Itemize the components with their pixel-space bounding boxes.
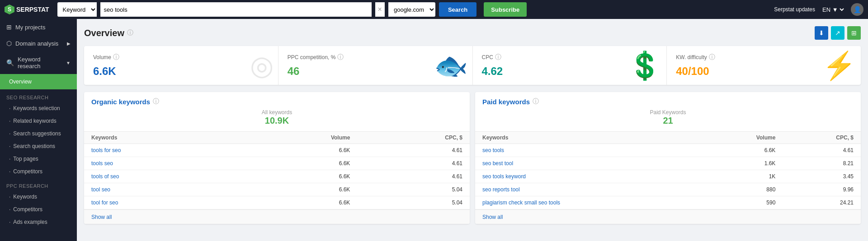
logo-text: SERPSTAT <box>16 6 49 13</box>
metric-ppc-label: PPC competition, % ⓘ <box>288 53 463 61</box>
download-button[interactable]: ⬇ <box>815 26 828 40</box>
organic-table-header-row: Keywords Volume CPC, $ <box>84 132 470 144</box>
paid-sub: Paid Keywords 21 <box>475 106 861 132</box>
subscribe-button[interactable]: Subscribe <box>484 2 527 17</box>
table-row: seo reports tool 880 9.96 <box>475 183 861 196</box>
header-actions: ⬇ ↗ ⊞ <box>815 26 861 40</box>
keyword-link[interactable]: seo best tool <box>482 160 513 167</box>
serpstat-updates-link[interactable]: Serpstat updates <box>774 6 815 13</box>
domain-select[interactable]: google.com <box>388 2 435 17</box>
sidebar-sub-top-pages[interactable]: Top pages <box>0 153 77 165</box>
keyword-cell: tool for seo <box>84 196 239 209</box>
share-button[interactable]: ↗ <box>831 26 844 40</box>
keyword-link[interactable]: seo tools keyword <box>482 173 526 180</box>
sidebar-item-keyword-research[interactable]: 🔍 Keyword research ▼ <box>0 51 77 74</box>
organic-show-all-link[interactable]: Show all <box>91 214 112 220</box>
paid-header: Paid keywords ⓘ <box>475 92 861 106</box>
cpc-cell: 4.61 <box>357 170 470 183</box>
volume-cell: 6.6K <box>239 144 357 157</box>
cpc-cell: 4.61 <box>783 144 861 157</box>
volume-cell: 590 <box>700 196 783 209</box>
cpc-cell: 4.61 <box>357 144 470 157</box>
paid-col-volume: Volume <box>700 132 783 144</box>
sidebar-sub-search-questions[interactable]: Search questions <box>0 140 77 153</box>
volume-cell: 880 <box>700 183 783 196</box>
sidebar-label-related-keywords: Related keywords <box>13 118 56 124</box>
keyword-link[interactable]: tools of seo <box>91 173 119 180</box>
metric-ppc-value: 46 <box>288 65 463 78</box>
sidebar-sub-keywords-selection[interactable]: Keywords selection <box>0 102 77 115</box>
metric-volume: Volume ⓘ 6.6K ◎ <box>84 46 278 85</box>
language-select[interactable]: EN ▼ <box>821 6 845 14</box>
kw-info-icon[interactable]: ⓘ <box>709 53 715 61</box>
grid-button[interactable]: ⊞ <box>847 26 861 40</box>
sidebar-sub-ads-examples[interactable]: Ads examples <box>0 216 77 228</box>
organic-col-cpc: CPC, $ <box>357 132 470 144</box>
keyword-cell: seo reports tool <box>475 183 700 196</box>
metric-kw-difficulty: KW. difficulty ⓘ 40/100 ⚡ <box>667 46 861 85</box>
table-row: tools of seo 6.6K 4.61 <box>84 170 470 183</box>
sidebar-sub-keywords-ppc[interactable]: Keywords <box>0 190 77 203</box>
cpc-cell: 3.45 <box>783 170 861 183</box>
metric-ppc-competition: PPC competition, % ⓘ 46 🐟 <box>278 46 473 85</box>
keyword-link[interactable]: seo reports tool <box>482 186 520 193</box>
sidebar-sub-competitors-ppc[interactable]: Competitors <box>0 203 77 216</box>
sidebar-label-domain-analysis: Domain analysis <box>15 40 58 47</box>
keyword-link[interactable]: seo tools <box>482 147 504 153</box>
sidebar-sub-overview[interactable]: Overview <box>0 74 77 89</box>
paid-info-icon[interactable]: ⓘ <box>533 97 539 106</box>
keyword-link[interactable]: tool for seo <box>91 199 118 206</box>
cpc-info-icon[interactable]: ⓘ <box>495 53 501 61</box>
metric-volume-label: Volume ⓘ <box>93 53 269 61</box>
organic-info-icon[interactable]: ⓘ <box>153 97 159 106</box>
sidebar-label-keywords-selection: Keywords selection <box>13 105 60 111</box>
clear-button[interactable]: × <box>375 2 385 17</box>
sidebar-sub-related-keywords[interactable]: Related keywords <box>0 115 77 127</box>
keyword-cell: seo tools <box>475 144 700 157</box>
search-type-select[interactable]: Keyword Domain URL <box>57 2 97 17</box>
table-row: seo tools 6.6K 4.61 <box>475 144 861 157</box>
two-col-section: Organic keywords ⓘ All keywords 10.9K Ke… <box>84 92 861 224</box>
keyword-link[interactable]: plagiarism check small seo tools <box>482 199 560 206</box>
volume-cell: 6.6K <box>239 183 357 196</box>
volume-cell: 6.6K <box>239 196 357 209</box>
sidebar-sub-competitors[interactable]: Competitors <box>0 165 77 178</box>
volume-info-icon[interactable]: ⓘ <box>113 53 119 61</box>
cpc-cell: 4.61 <box>357 157 470 170</box>
sidebar-sub-search-suggestions[interactable]: Search suggestions <box>0 127 77 140</box>
keyword-link[interactable]: tools seo <box>91 160 113 167</box>
search-input[interactable] <box>100 2 372 17</box>
ppc-info-icon[interactable]: ⓘ <box>337 53 344 61</box>
paid-show-all-row: Show all <box>475 209 861 224</box>
sidebar-section-ppc-research: PPC research <box>0 180 77 190</box>
overview-info-icon[interactable]: ⓘ <box>127 29 133 37</box>
table-row: tool seo 6.6K 5.04 <box>84 183 470 196</box>
keyword-link[interactable]: tools for seo <box>91 147 121 153</box>
keyword-link[interactable]: tool seo <box>91 186 110 193</box>
metric-kw-label: KW. difficulty ⓘ <box>676 53 852 61</box>
sidebar-label-competitors: Competitors <box>13 168 42 175</box>
cpc-cell: 8.21 <box>783 157 861 170</box>
metric-cpc: CPC ⓘ 4.62 💲 <box>473 46 667 85</box>
paid-table-header-row: Keywords Volume CPC, $ <box>475 132 861 144</box>
logo-icon: S <box>5 5 14 14</box>
organic-keywords-panel: Organic keywords ⓘ All keywords 10.9K Ke… <box>84 92 470 224</box>
sidebar-label-search-suggestions: Search suggestions <box>13 130 61 137</box>
sidebar-label-overview: Overview <box>9 79 32 85</box>
sidebar-item-my-projects[interactable]: ⊞ My projects <box>0 19 77 35</box>
all-keywords-label: All keywords <box>262 109 292 116</box>
search-button[interactable]: Search <box>439 2 476 17</box>
keyword-cell: seo tools keyword <box>475 170 700 183</box>
cpc-cell: 5.04 <box>357 183 470 196</box>
sidebar-section-seo-research: SEO research <box>0 91 77 102</box>
projects-icon: ⊞ <box>6 23 12 31</box>
paid-keywords-label: Paid Keywords <box>650 109 686 116</box>
metric-cpc-label: CPC ⓘ <box>482 53 658 61</box>
sidebar-item-domain-analysis[interactable]: ⬡ Domain analysis ▶ <box>0 35 77 51</box>
metric-kw-value: 40/100 <box>676 65 852 78</box>
table-row: seo tools keyword 1K 3.45 <box>475 170 861 183</box>
paid-show-all-link[interactable]: Show all <box>482 214 503 220</box>
table-row: plagiarism check small seo tools 590 24.… <box>475 196 861 209</box>
volume-cell: 6.6K <box>239 170 357 183</box>
user-avatar[interactable]: 👤 <box>851 3 863 16</box>
